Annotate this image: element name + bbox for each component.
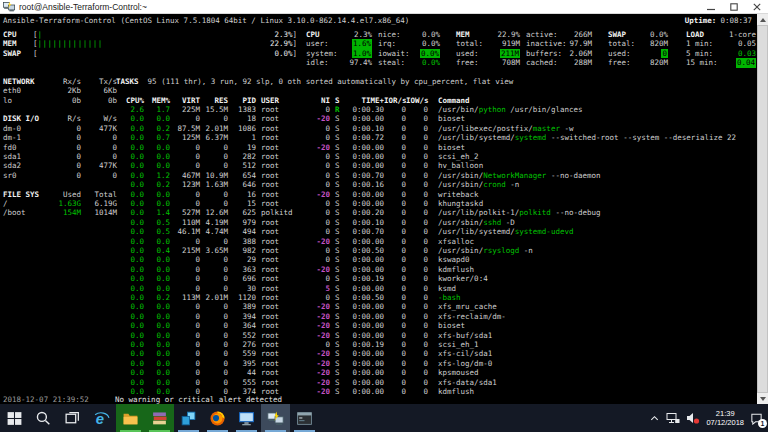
window-titlebar[interactable]: root@Ansible-Terraform-Control:~ [0,0,768,14]
winrar-icon [151,410,168,427]
stats-group-5: LOAD1-core1 min:0.055 min:0.0315 min:0.0… [686,30,756,68]
process-row: 0.00.4215M3.65M982root0S0:00.5000/usr/sb… [116,246,754,255]
alert-timestamp: 2018-12-07 21:39:52 [3,395,115,404]
chevron-up-icon [649,413,660,424]
tray-action-center[interactable]: 1 [750,412,763,425]
task-view-icon [64,410,81,427]
process-command: /usr/bin/python /usr/bin/glances [428,105,754,114]
process-row: 0.00.287.5M2.01M1086root0S0:00.1000/usr/… [116,124,754,133]
process-row: 0.00.00016root-20S0:00.0000writeback [116,190,754,199]
stat-row: free:708M [456,58,520,67]
taskbar-start-button[interactable] [0,404,29,432]
notification-badge: 1 [758,419,767,428]
taskbar-clock[interactable]: 21:39 07/12/2018 [706,409,744,427]
stat-row: used:211M [456,49,520,58]
tasks-summary: TASKS 95 (111 thr), 3 run, 92 slp, 0 oth… [116,77,513,86]
process-command: ksmd [428,284,754,293]
gauge-bar: ||||||||||||| [38,39,259,48]
stats-group-1: nice:0.0%irq:0.0%iowait:0.0%steal:0.0% [378,30,440,68]
process-row: 0.00.00029root0S0:00.0000kswapd0 [116,255,754,264]
sidebar-network-row: lo0b0b [3,96,117,105]
taskbar-search-button[interactable] [29,404,58,432]
stat-row: nice:0.0% [378,30,440,39]
minimize-icon[interactable] [699,0,722,14]
process-table-header: CPU%MEM%VIRTRESPIDUSERNISTIME+IOR/sIOW/s… [116,96,754,105]
process-row: 0.00.000394root-20S0:00.0000xfs-reclaim/… [116,312,754,321]
tray-volume-muted[interactable] [686,412,700,424]
stat-row: idle:97.4% [306,58,372,67]
windows-taskbar: e 21:39 07/12/2018 1 [0,404,768,432]
tray-network[interactable] [666,412,680,424]
scroll-down-icon[interactable] [757,393,768,404]
tray-chevron-up[interactable] [649,413,660,424]
process-row: 0.00.000388root-20S0:00.0000xfsalloc [116,237,754,246]
taskbar-internet-explorer-button[interactable]: e [87,404,116,432]
process-command: /usr/lib/polkit-1/polkitd --no-debug [428,208,754,217]
taskbar-file-explorer-button[interactable] [116,404,145,432]
stat-row: CPU2.3% [306,30,372,39]
stat-row: user:1.6% [306,39,372,48]
process-command: kworker/0:4 [428,274,754,283]
stat-row: 1 min:0.05 [686,39,756,48]
taskbar-computer-monitor-button[interactable] [232,404,261,432]
taskbar-winrar-button[interactable] [145,404,174,432]
sidebar-disk-io-row: sr000 [3,171,117,180]
process-command: kdmflush [428,265,754,274]
scrollbar[interactable] [757,14,768,404]
quicklook-mem-gauge: MEM [|||||||||||||22.9%] [3,39,297,48]
stat-row: LOAD1-core [686,30,756,39]
stats-group-2: MEM22.9%total:919Mused:211Mfree:708M [456,30,520,68]
start-icon [6,410,23,427]
scrollbar-thumb[interactable] [757,25,768,393]
process-command: /usr/sbin/NetworkManager --no-daemon [428,171,754,180]
quicklook-cpu-gauge: CPU [|2.3%] [3,30,297,39]
process-row: 0.00.7125M6.37M1root0S0:00.7200/usr/lib/… [116,133,754,142]
sidebar-disk-io-row: fd000 [3,143,117,152]
taskbar-firefox-button[interactable] [203,404,232,432]
process-command: kpsmoused [428,368,754,377]
process-command: xfs-data/sda1 [428,378,754,387]
process-row: 0.01.4527M12.6M625polkitd0S0:00.2000/usr… [116,208,754,217]
taskbar-putty-button[interactable] [261,404,290,432]
sidebar-file-sys: FILE SYSUsedTotal/1.63G6.19G/boot154M101… [3,190,117,218]
stat-row: total:820M [608,39,668,48]
glances-terminal[interactable]: Ansible-Terraform-Control (CentOS Linux … [0,14,768,404]
sidebar-file-sys-row: /1.63G6.19G [3,199,117,208]
taskbar-task-view-button[interactable] [58,404,87,432]
stat-row: free:820M [608,58,668,67]
process-row: 0.00.000276root0S0:00.1900scsi_eh_1 [116,340,754,349]
sidebar-network-header: NETWORKRx/sTx/s [3,77,117,86]
process-command: scsi_eh_2 [428,152,754,161]
sidebar-disk-io-row: dm-00477K [3,124,117,133]
stat-row: cached:288M [526,58,592,67]
maximize-icon[interactable] [722,0,745,14]
stat-row: MEM22.9% [456,30,520,39]
stat-row: iowait:0.0% [378,49,440,58]
host-info: Ansible-Terraform-Control (CentOS Linux … [3,16,409,25]
stat-row: total:919M [456,39,520,48]
scroll-up-icon[interactable] [757,14,768,25]
process-row: 0.00.5110M4.19M979root0S0:00.1000/usr/sb… [116,218,754,227]
internet-explorer-icon: e [93,410,110,427]
close-icon[interactable] [745,0,768,14]
sidebar-disk-io-row: sda100 [3,152,117,161]
taskbar-console-button[interactable] [290,404,319,432]
process-command: /usr/sbin/rsyslogd -n [428,246,754,255]
process-command: xfs-cil/sda1 [428,349,754,358]
process-row: 0.00.000395root-20S0:00.0000xfs-log/dm-0 [116,359,754,368]
taskbar-server-manager-button[interactable] [174,404,203,432]
process-row: 0.00.2113M2.01M1120root0S0:00.5000-bash [116,293,754,302]
system-tray: 21:39 07/12/2018 1 [649,404,768,432]
process-command: kswapd0 [428,255,754,264]
process-command: /usr/sbin/crond -n [428,180,754,189]
server-manager-icon [180,410,197,427]
stat-row: steal:0.0% [378,58,440,67]
stats-group-3: active:266Minactive:97.9Mbuffers:2.06Mca… [526,30,592,68]
putty-icon [267,410,284,427]
stat-row: system:1.0% [306,49,372,58]
process-row: 0.00.00018root-20S0:00.0000bioset [116,114,754,123]
stat-row: active:266M [526,30,592,39]
process-command: khungtaskd [428,199,754,208]
process-row: 0.00.546.1M4.74M494root0S0:00.7000/usr/l… [116,227,754,236]
process-row: 0.00.000364root-20S0:00.0000bioset [116,321,754,330]
